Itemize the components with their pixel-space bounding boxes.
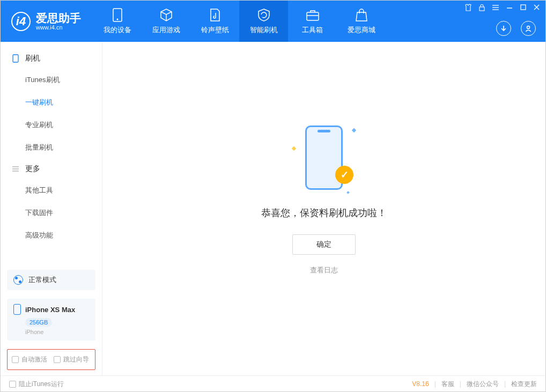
maximize-button[interactable]	[520, 4, 527, 11]
svg-point-12	[527, 26, 530, 29]
app-header: i4 爱思助手 www.i4.cn 我的设备 应用游戏 铃声壁纸 智能刷机 工具…	[1, 1, 545, 42]
main-tabs: 我的设备 应用游戏 铃声壁纸 智能刷机 工具箱 爱思商城	[93, 1, 386, 42]
sidebar-item-pro-flash[interactable]: 专业刷机	[1, 114, 102, 136]
checkbox-label: 阻止iTunes运行	[19, 380, 64, 389]
sidebar-item-onekey-flash[interactable]: 一键刷机	[1, 91, 102, 114]
app-subtitle: www.i4.cn	[36, 24, 81, 31]
highlighted-options: 自动激活 跳过向导	[7, 349, 95, 370]
checkbox-icon	[54, 356, 61, 363]
checkmark-badge-icon: ✓	[335, 166, 353, 184]
window-controls-row2	[496, 21, 536, 36]
device-name: iPhone XS Max	[25, 306, 75, 314]
lock-icon[interactable]	[478, 4, 485, 11]
list-icon	[11, 165, 20, 173]
mode-indicator[interactable]: 正常模式	[7, 270, 95, 290]
user-button[interactable]	[521, 21, 536, 36]
cube-icon	[159, 8, 173, 22]
app-title: 爱思助手	[36, 12, 81, 24]
group-title: 更多	[25, 164, 40, 174]
shirt-icon[interactable]	[464, 4, 472, 11]
checkbox-label: 跳过向导	[63, 355, 89, 364]
toolbox-icon	[306, 8, 320, 22]
footer-link-service[interactable]: 客服	[441, 380, 454, 389]
device-storage: 256GB	[25, 318, 52, 327]
checkbox-label: 自动激活	[21, 355, 47, 364]
tab-ringtone-wallpaper[interactable]: 铃声壁纸	[190, 1, 239, 42]
tab-apps-games[interactable]: 应用游戏	[142, 1, 190, 42]
checkbox-icon	[12, 356, 19, 363]
svg-rect-4	[479, 7, 484, 11]
tab-label: 爱思商城	[348, 25, 375, 35]
checkbox-auto-activate[interactable]: 自动激活	[12, 355, 47, 364]
menu-icon[interactable]	[492, 4, 499, 11]
phone-icon	[11, 54, 20, 63]
main-content: ✓ 恭喜您，保资料刷机成功啦！ 确定 查看日志	[102, 42, 545, 375]
success-message: 恭喜您，保资料刷机成功啦！	[261, 206, 387, 219]
tab-label: 铃声壁纸	[201, 25, 229, 35]
svg-rect-2	[307, 12, 319, 20]
logo-icon: i4	[11, 12, 31, 31]
mode-icon	[13, 275, 23, 285]
sidebar-item-other-tools[interactable]: 其他工具	[1, 179, 102, 202]
close-button[interactable]	[533, 4, 540, 11]
footer-link-update[interactable]: 检查更新	[511, 380, 537, 389]
sidebar-item-batch-flash[interactable]: 批量刷机	[1, 136, 102, 159]
mode-label: 正常模式	[28, 275, 56, 285]
footer-link-wechat[interactable]: 微信公众号	[467, 380, 499, 389]
svg-point-1	[116, 18, 118, 20]
logo: i4 爱思助手 www.i4.cn	[1, 12, 88, 31]
checkbox-skip-guide[interactable]: 跳过向导	[54, 355, 89, 364]
sidebar-group-flash[interactable]: 刷机	[1, 48, 102, 69]
ok-button[interactable]: 确定	[292, 234, 356, 255]
sidebar-item-download-firmware[interactable]: 下载固件	[1, 202, 102, 224]
sidebar-item-itunes-flash[interactable]: iTunes刷机	[1, 69, 102, 91]
refresh-shield-icon	[257, 8, 271, 22]
checkbox-icon	[9, 381, 16, 388]
svg-rect-13	[13, 55, 18, 62]
minimize-button[interactable]	[506, 4, 513, 11]
tab-label: 我的设备	[104, 25, 131, 35]
device-type: iPhone	[25, 329, 89, 335]
download-button[interactable]	[496, 21, 511, 36]
window-controls-row1	[464, 4, 540, 11]
group-title: 刷机	[25, 54, 40, 63]
checkbox-block-itunes[interactable]: 阻止iTunes运行	[9, 380, 64, 389]
sidebar-group-more[interactable]: 更多	[1, 159, 102, 179]
device-phone-icon	[13, 304, 21, 315]
svg-rect-9	[521, 5, 526, 10]
music-file-icon	[208, 8, 222, 22]
tab-store[interactable]: 爱思商城	[337, 1, 386, 42]
tab-toolbox[interactable]: 工具箱	[288, 1, 337, 42]
sidebar-item-advanced[interactable]: 高级功能	[1, 224, 102, 247]
view-log-link[interactable]: 查看日志	[310, 265, 338, 275]
device-info[interactable]: iPhone XS Max 256GB iPhone	[7, 299, 95, 341]
sidebar: 刷机 iTunes刷机 一键刷机 专业刷机 批量刷机 更多 其他工具 下载固件 …	[1, 42, 102, 375]
success-illustration: ✓	[289, 121, 359, 194]
device-icon	[110, 8, 124, 22]
tab-my-device[interactable]: 我的设备	[93, 1, 142, 42]
tab-label: 智能刷机	[250, 25, 278, 35]
footer: 阻止iTunes运行 V8.16 | 客服 | 微信公众号 | 检查更新	[1, 375, 545, 392]
tab-smart-flash[interactable]: 智能刷机	[239, 1, 288, 42]
tab-label: 工具箱	[302, 25, 323, 35]
version-label: V8.16	[412, 380, 429, 388]
bag-icon	[355, 8, 368, 22]
tab-label: 应用游戏	[152, 25, 180, 35]
